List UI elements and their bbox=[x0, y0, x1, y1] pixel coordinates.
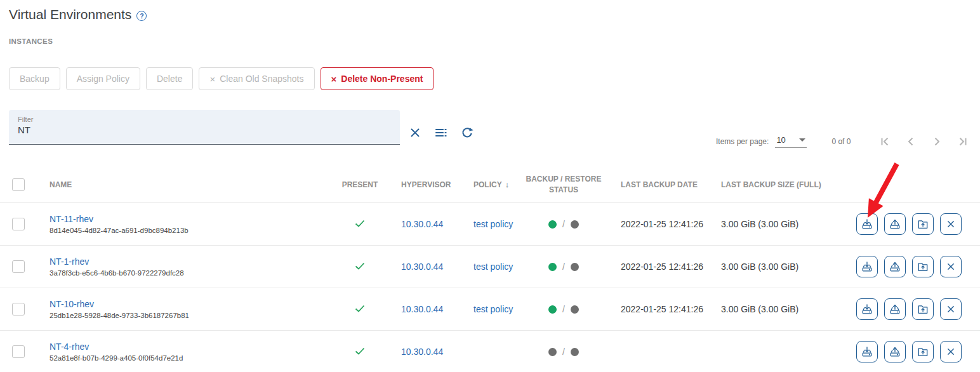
next-page-button[interactable] bbox=[929, 134, 944, 149]
last-backup-date: 2022-01-25 12:41:26 bbox=[621, 288, 732, 330]
row-mount-button[interactable] bbox=[912, 256, 934, 277]
vm-uuid: 3a78f3cb-e5c6-4b6b-b670-9722279dfc28 bbox=[50, 269, 184, 277]
vm-uuid: 8d14e045-4d82-47ac-a691-d9bc894b213b bbox=[50, 227, 189, 234]
row-mount-button[interactable] bbox=[912, 341, 934, 362]
hypervisor-link[interactable]: 10.30.0.44 bbox=[401, 304, 443, 314]
present-check-icon bbox=[354, 345, 366, 359]
chevron-down-icon bbox=[799, 138, 805, 142]
items-per-page-value: 10 bbox=[776, 135, 785, 145]
table-row: NT-1-rhev 3a78f3cb-e5c6-4b6b-b670-972227… bbox=[0, 246, 980, 288]
vm-name-link[interactable]: NT-10-rhev bbox=[50, 299, 189, 309]
filter-field[interactable]: Filter bbox=[9, 110, 400, 145]
clear-filter-icon[interactable] bbox=[407, 124, 423, 141]
header-last-backup-date[interactable]: LAST BACKUP DATE bbox=[621, 166, 732, 203]
header-present[interactable]: PRESENT bbox=[341, 166, 379, 203]
filter-actions bbox=[407, 124, 475, 141]
toolbar: Backup Assign Policy Delete × Clean Old … bbox=[9, 67, 434, 90]
items-per-page-label: Items per page: bbox=[716, 137, 769, 146]
paginator-range: 0 of 0 bbox=[826, 137, 856, 146]
row-backup-button[interactable] bbox=[856, 298, 878, 320]
row-backup-button[interactable] bbox=[856, 213, 878, 235]
table-row: NT-4-rhev 52a81e8f-b07b-4299-a405-0f0f54… bbox=[0, 331, 980, 372]
delete-non-present-label: Delete Non-Present bbox=[341, 74, 423, 84]
header-name[interactable]: NAME bbox=[50, 166, 329, 203]
table-row: NT-11-rhev 8d14e045-4d82-47ac-a691-d9bc8… bbox=[0, 203, 980, 246]
header-hypervisor[interactable]: HYPERVISOR bbox=[401, 166, 471, 203]
status-separator: / bbox=[562, 219, 565, 229]
delete-button[interactable]: Delete bbox=[146, 67, 193, 90]
row-delete-button[interactable] bbox=[940, 298, 962, 320]
filter-input[interactable] bbox=[9, 123, 377, 135]
backup-status-dot bbox=[548, 220, 557, 229]
row-checkbox[interactable] bbox=[12, 260, 25, 273]
backup-status-dot bbox=[548, 348, 557, 356]
last-backup-size: 3.00 GiB (3.00 GiB) bbox=[721, 288, 842, 330]
select-all-checkbox[interactable] bbox=[12, 178, 25, 191]
policy-link[interactable]: test policy bbox=[473, 304, 513, 314]
row-backup-button[interactable] bbox=[856, 256, 878, 277]
page-title: Virtual Environments bbox=[9, 7, 131, 22]
row-mount-button[interactable] bbox=[912, 298, 934, 320]
vm-name-link[interactable]: NT-1-rhev bbox=[50, 256, 184, 267]
filter-label: Filter bbox=[9, 110, 400, 123]
row-restore-button[interactable] bbox=[884, 298, 906, 320]
instances-section-label: INSTANCES bbox=[9, 37, 53, 45]
vm-uuid: 52a81e8f-b07b-4299-a405-0f0f54d7e21d bbox=[50, 354, 183, 362]
row-checkbox[interactable] bbox=[12, 345, 25, 358]
vm-name-link[interactable]: NT-4-rhev bbox=[50, 342, 183, 352]
header-backup-restore-status[interactable]: BACKUP / RESTORE STATUS bbox=[522, 166, 606, 203]
status-separator: / bbox=[562, 262, 565, 272]
present-check-icon bbox=[354, 260, 366, 274]
delete-non-present-button[interactable]: × Delete Non-Present bbox=[321, 67, 434, 90]
last-backup-date: 2022-01-25 12:41:26 bbox=[621, 203, 732, 245]
clean-old-snapshots-label: Clean Old Snapshots bbox=[220, 74, 303, 84]
hypervisor-link[interactable]: 10.30.0.44 bbox=[401, 262, 443, 272]
columns-icon[interactable] bbox=[433, 124, 449, 141]
last-backup-size: 3.00 GiB (3.00 GiB) bbox=[721, 203, 842, 245]
hypervisor-link[interactable]: 10.30.0.44 bbox=[401, 219, 443, 229]
policy-link[interactable]: test policy bbox=[473, 262, 513, 272]
present-check-icon bbox=[354, 302, 366, 317]
items-per-page-select[interactable]: 10 bbox=[775, 135, 807, 148]
row-delete-button[interactable] bbox=[940, 256, 962, 277]
x-icon: × bbox=[331, 74, 337, 84]
last-backup-date: 2022-01-25 12:41:26 bbox=[621, 246, 732, 288]
last-backup-date bbox=[621, 331, 732, 372]
restore-status-dot bbox=[571, 220, 579, 229]
restore-status-dot bbox=[571, 348, 579, 356]
previous-page-button[interactable] bbox=[903, 134, 918, 149]
refresh-icon[interactable] bbox=[459, 124, 475, 141]
status-separator: / bbox=[562, 304, 565, 314]
backup-button[interactable]: Backup bbox=[9, 67, 60, 90]
policy-link[interactable]: test policy bbox=[473, 219, 513, 229]
table-header: NAME PRESENT HYPERVISOR POLICY ↓ BACKUP … bbox=[0, 166, 980, 203]
status-separator: / bbox=[562, 347, 565, 357]
help-icon[interactable]: ? bbox=[136, 11, 147, 21]
row-mount-button[interactable] bbox=[912, 213, 934, 235]
vm-uuid: 25db1e28-5928-48de-9733-3b6187267b81 bbox=[50, 312, 189, 319]
restore-status-dot bbox=[571, 263, 579, 271]
first-page-button[interactable] bbox=[877, 134, 892, 149]
header-policy-label: POLICY bbox=[473, 180, 502, 189]
backup-status-dot bbox=[548, 263, 557, 271]
row-restore-button[interactable] bbox=[884, 341, 906, 362]
page-title-row: Virtual Environments ? bbox=[9, 7, 147, 22]
row-checkbox[interactable] bbox=[12, 303, 25, 316]
vm-name-link[interactable]: NT-11-rhev bbox=[50, 214, 189, 224]
row-restore-button[interactable] bbox=[884, 256, 906, 277]
assign-policy-button[interactable]: Assign Policy bbox=[66, 67, 140, 90]
row-restore-button[interactable] bbox=[884, 213, 906, 235]
last-backup-size: 3.00 GiB (3.00 GiB) bbox=[721, 246, 842, 288]
row-delete-button[interactable] bbox=[940, 213, 962, 235]
sort-descending-icon: ↓ bbox=[505, 180, 510, 189]
backup-status-dot bbox=[548, 305, 557, 314]
last-page-button[interactable] bbox=[955, 134, 970, 149]
hypervisor-link[interactable]: 10.30.0.44 bbox=[401, 347, 443, 357]
row-backup-button[interactable] bbox=[856, 341, 878, 362]
present-check-icon bbox=[354, 217, 366, 232]
clean-old-snapshots-button[interactable]: × Clean Old Snapshots bbox=[199, 67, 314, 90]
header-last-backup-size[interactable]: LAST BACKUP SIZE (FULL) bbox=[721, 166, 842, 203]
row-delete-button[interactable] bbox=[940, 341, 962, 362]
last-backup-size bbox=[721, 331, 842, 372]
row-checkbox[interactable] bbox=[12, 218, 25, 230]
